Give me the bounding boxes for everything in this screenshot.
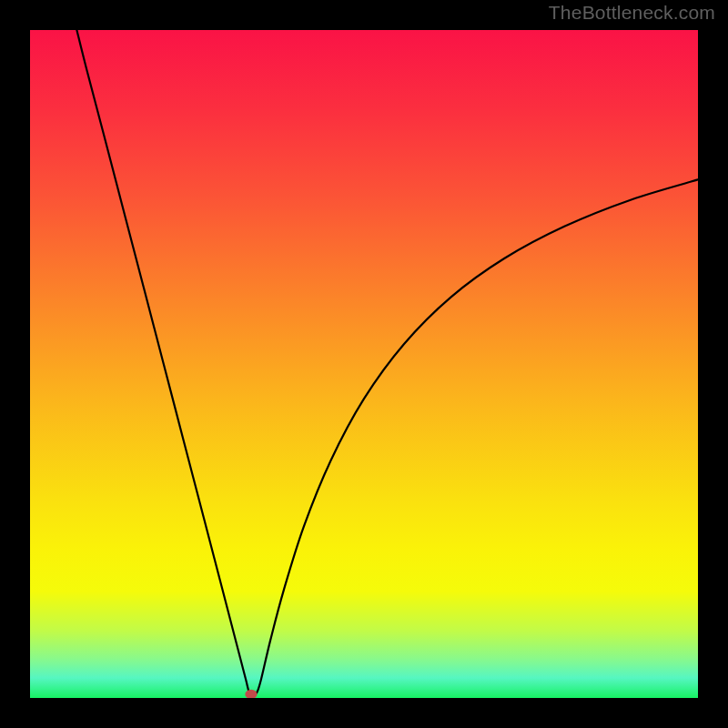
bottleneck-chart (30, 30, 698, 698)
chart-frame: TheBottleneck.com (0, 0, 728, 728)
watermark-text: TheBottleneck.com (549, 2, 715, 24)
